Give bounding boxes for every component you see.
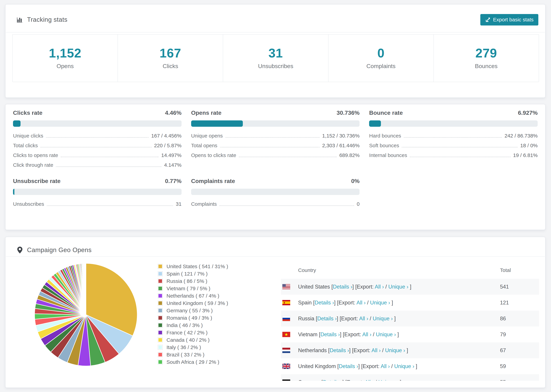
legend-item: Spain ( 121 / 7% ) xyxy=(158,270,228,277)
rate-row-value: 14.497% xyxy=(161,152,181,158)
legend-item: Romania ( 49 / 3% ) xyxy=(158,314,228,322)
legend-item: Vietnam ( 79 / 5% ) xyxy=(158,285,228,292)
export-all-link[interactable]: All › xyxy=(375,284,384,290)
legend-item: United Kingdom ( 59 / 3% ) xyxy=(158,300,228,307)
country-name: Germany xyxy=(298,379,320,381)
clicks-count: 167 xyxy=(118,46,223,60)
export-unique-link[interactable]: Unique › xyxy=(373,315,393,322)
unsubscribes-count: 31 xyxy=(223,46,328,60)
bounces-count: 279 xyxy=(434,46,539,60)
geo-pie-chart[interactable] xyxy=(31,260,141,369)
export-all-link[interactable]: All › xyxy=(372,347,381,353)
legend-item: South Africa ( 29 / 2% ) xyxy=(158,358,228,366)
rate-row-value: 1,152 / 30.736% xyxy=(322,133,360,139)
geo-table-row: Russia [Details ›] [Export: All › / Uniq… xyxy=(281,311,539,327)
dotted-leader xyxy=(219,205,354,206)
rate-detail-row: Opens to clicks rate 689.82% xyxy=(191,150,360,160)
export-unique-link[interactable]: Unique › xyxy=(394,363,414,369)
rate-row-label: Soft bounces xyxy=(369,143,399,148)
details-link[interactable]: Details › xyxy=(339,363,358,369)
export-unique-link[interactable]: Unique › xyxy=(378,379,398,381)
export-icon xyxy=(485,17,491,22)
legend-color-swatch xyxy=(158,352,163,357)
clicks-rate-panel: Clicks rate 4.46% Unique clicks 167 / 4.… xyxy=(13,109,182,170)
stat-opens: 1,152 Opens xyxy=(13,35,118,82)
rate-detail-row: Complaints 0 xyxy=(191,199,360,209)
rate-detail-row: Unique opens 1,152 / 30.736% xyxy=(191,131,360,140)
geo-table: Country Total United States [Details ›] … xyxy=(281,262,539,381)
geo-legend: United States ( 541 / 31% ) Spain ( 121 … xyxy=(158,263,228,366)
country-name: Netherlands xyxy=(298,347,327,353)
dotted-leader xyxy=(56,166,161,167)
flag-ru-icon xyxy=(282,316,290,321)
details-link[interactable]: Details › xyxy=(320,331,340,337)
tracking-stats-card: Tracking stats Export basic stats 1,152 … xyxy=(5,4,545,98)
rate-row-label: Unique opens xyxy=(191,133,223,139)
bounce-rate-value: 6.927% xyxy=(518,109,538,116)
country-total: 79 xyxy=(500,331,506,338)
legend-item: Canada ( 40 / 2% ) xyxy=(158,336,228,343)
export-all-link[interactable]: All › xyxy=(365,379,374,381)
clicks-rate-value: 4.46% xyxy=(165,109,181,116)
country-name: Russia xyxy=(298,315,314,322)
legend-label: Germany ( 55 / 3% ) xyxy=(167,308,213,314)
details-link[interactable]: Details › xyxy=(317,315,337,322)
rate-detail-row: Hard bounces 242 / 86.738% xyxy=(369,131,538,140)
pie-slice[interactable] xyxy=(86,263,86,315)
flag-us-icon xyxy=(282,284,290,289)
country-name: United States xyxy=(298,284,330,290)
rate-row-value: 689.82% xyxy=(339,152,360,158)
dotted-leader xyxy=(61,157,158,157)
opens-rate-panel: Opens rate 30.736% Unique opens 1,152 / … xyxy=(191,109,360,170)
legend-color-swatch xyxy=(158,308,163,313)
details-link[interactable]: Details › xyxy=(333,284,352,290)
legend-label: Russia ( 86 / 5% ) xyxy=(167,278,207,284)
bounce-rate-panel: Bounce rate 6.927% Hard bounces 242 / 86… xyxy=(369,109,538,170)
country-name: Vietnam xyxy=(298,331,318,337)
bounce-rate-title: Bounce rate xyxy=(369,109,403,116)
legend-label: Italy ( 36 / 2% ) xyxy=(167,344,201,350)
export-unique-link[interactable]: Unique › xyxy=(370,300,390,306)
complaints-rate-panel: Complaints rate 0% Complaints 0 xyxy=(191,178,360,209)
opens-rate-title: Opens rate xyxy=(191,109,222,116)
country-total: 121 xyxy=(500,300,509,306)
header-divider xyxy=(6,32,545,33)
rate-row-label: Unsubscribes xyxy=(13,201,44,207)
details-link[interactable]: Details › xyxy=(323,379,342,381)
country-total: 541 xyxy=(500,284,509,290)
rate-row-value: 4.147% xyxy=(164,162,182,168)
export-unique-link[interactable]: Unique › xyxy=(388,284,408,290)
stat-clicks: 167 Clicks xyxy=(118,35,223,82)
unsubscribe-rate-bar xyxy=(13,189,182,195)
rate-row-value: 18 / 0% xyxy=(520,143,538,148)
country-total: 59 xyxy=(500,363,506,369)
legend-item: Germany ( 55 / 3% ) xyxy=(158,307,228,314)
export-basic-stats-button[interactable]: Export basic stats xyxy=(480,14,538,26)
export-all-link[interactable]: All › xyxy=(362,331,371,337)
country-total: 55 xyxy=(500,379,506,381)
rate-row-label: Complaints xyxy=(191,201,217,207)
export-all-link[interactable]: All › xyxy=(381,363,390,369)
rate-row-value: 242 / 86.738% xyxy=(505,133,538,139)
rate-row-label: Unique clicks xyxy=(13,133,43,139)
details-link[interactable]: Details › xyxy=(315,300,334,306)
export-unique-link[interactable]: Unique › xyxy=(385,347,405,353)
dotted-leader xyxy=(47,205,173,206)
details-link[interactable]: Details › xyxy=(330,347,349,353)
legend-item: Russia ( 86 / 5% ) xyxy=(158,277,228,285)
export-all-link[interactable]: All › xyxy=(356,300,366,306)
legend-label: Spain ( 121 / 7% ) xyxy=(167,271,208,277)
legend-item: Italy ( 36 / 2% ) xyxy=(158,343,228,351)
legend-label: India ( 46 / 3% ) xyxy=(167,322,203,328)
legend-color-swatch xyxy=(158,301,163,306)
rate-detail-row: Total clicks 220 / 5.87% xyxy=(13,140,182,150)
export-unique-link[interactable]: Unique › xyxy=(376,331,396,337)
export-all-link[interactable]: All › xyxy=(359,315,368,322)
legend-label: Romania ( 49 / 3% ) xyxy=(167,315,212,321)
legend-label: Brazil ( 33 / 2% ) xyxy=(167,352,205,358)
opens-rate-bar xyxy=(191,120,360,127)
geo-table-row: United Kingdom [Details ›] [Export: All … xyxy=(281,358,539,374)
country-total: 67 xyxy=(500,347,506,354)
geo-table-row: Spain [Details ›] [Export: All › / Uniqu… xyxy=(281,295,539,311)
country-name: Spain xyxy=(298,300,312,306)
